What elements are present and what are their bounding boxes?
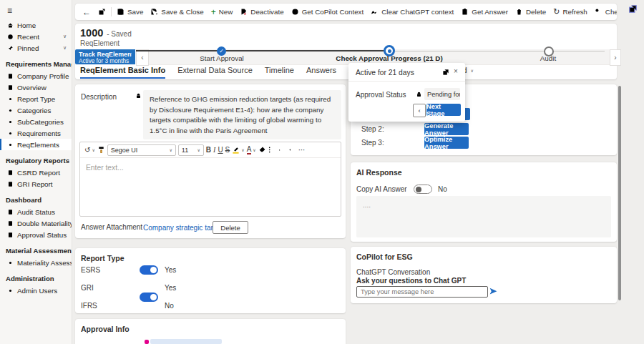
deactivate-button[interactable]: Deactivate	[236, 4, 287, 20]
bpf-stage-name[interactable]: Audit	[540, 54, 556, 62]
gri-value: Yes	[165, 284, 176, 292]
italic-icon[interactable]: I	[213, 146, 215, 154]
sidebar-item-label: Approval Status	[17, 231, 67, 239]
approval-status-field[interactable]: Pending for A...	[424, 88, 460, 100]
delete-button[interactable]: Delete	[512, 4, 550, 20]
sidebar-item-label: GRI Report	[17, 180, 53, 188]
copy-ai-answer-toggle[interactable]	[414, 185, 432, 194]
undo-icon[interactable]: ↺∨	[84, 146, 95, 154]
send-icon[interactable]	[489, 288, 497, 295]
bullet-list-icon[interactable]	[268, 146, 276, 154]
font-family-select[interactable]: Segoe UI ∨	[107, 144, 176, 156]
gri-toggle[interactable]	[140, 293, 158, 302]
numbered-list-icon[interactable]	[278, 146, 286, 154]
underline-icon[interactable]: U	[218, 146, 223, 154]
bold-icon[interactable]: B	[206, 146, 211, 154]
attachment-delete-button[interactable]: Delete	[213, 221, 248, 234]
sidebar-item-csrd-report[interactable]: CSRD Report	[0, 167, 72, 178]
next-stage-button[interactable]: Next Stage	[426, 104, 461, 116]
tab-external-data-source[interactable]: External Data Source	[177, 66, 253, 79]
check-access-button[interactable]: Check Access	[591, 4, 617, 20]
font-size-select[interactable]: 11 ∨	[178, 144, 204, 156]
approval-info-title: Approval Info	[81, 325, 130, 333]
back-button[interactable]: ←	[79, 4, 94, 20]
bpf-line-future	[389, 51, 605, 52]
clear-format-icon[interactable]	[258, 146, 266, 154]
sidebar-item-audit-status[interactable]: Audit Status	[0, 206, 72, 217]
previous-stage-button[interactable]: ‹	[413, 104, 426, 117]
form-icon	[461, 8, 469, 16]
text-highlight-icon[interactable]: ∨	[232, 146, 244, 154]
home-icon	[7, 22, 14, 29]
bpf-scroll-left-button[interactable]: ‹	[136, 49, 149, 66]
font-size-value: 11	[182, 147, 188, 154]
sidebar-item-overview[interactable]: Overview	[0, 82, 72, 93]
sidebar-item-pinned[interactable]: Pinned ∨	[0, 42, 72, 54]
sidebar-item-label: CSRD Report	[17, 169, 60, 177]
scrollbar-thumb[interactable]	[618, 86, 621, 300]
command-label: Delete	[526, 8, 546, 16]
optimize-answer-button[interactable]: Optimize Answer	[424, 137, 469, 149]
sidebar-item-label: Recent	[17, 33, 39, 41]
editor-body[interactable]: Enter text...	[80, 158, 341, 177]
sidebar-item-materiality-assessment[interactable]: Materiality Assessme..	[0, 257, 72, 268]
sidebar-item-label: Materiality Assessme..	[17, 259, 72, 267]
save-and-close-button[interactable]: Save & Close	[147, 4, 207, 20]
sidebar-item-label: Pinned	[17, 44, 39, 52]
sidebar-item-company-profile[interactable]: Company Profile	[0, 70, 72, 82]
bpf-scroll-right-button[interactable]: ›	[610, 49, 621, 66]
key-icon	[595, 8, 602, 16]
gear-icon	[7, 142, 14, 148]
close-icon[interactable]: ×	[454, 67, 458, 75]
sidebar-item-recent[interactable]: Recent ∨	[0, 31, 72, 42]
save-close-icon	[150, 8, 158, 16]
generate-answer-button[interactable]: Generate Answer	[424, 123, 469, 135]
font-color-icon[interactable]: A∨	[247, 146, 256, 154]
gri-label: GRI	[81, 284, 94, 292]
lookup-field-partial[interactable]	[150, 339, 222, 344]
copy-ai-answer-label: Copy AI Answer	[356, 185, 407, 193]
sidebar-item-home[interactable]: Home	[0, 19, 72, 31]
popout-icon	[98, 8, 106, 16]
sidebar-item-categories[interactable]: Categories	[0, 104, 72, 116]
more-options-icon[interactable]: ⋯	[298, 146, 306, 154]
lock-icon	[416, 91, 422, 98]
sidebar-item-gri-report[interactable]: GRI Report	[0, 178, 72, 190]
tab-answers[interactable]: Answers	[306, 66, 336, 79]
sidebar-group-title: Dashboard	[0, 190, 72, 206]
sidebar-item-requirements[interactable]: Requirements	[0, 127, 72, 139]
sidebar-item-admin-users[interactable]: Admin Users	[0, 285, 72, 296]
sidebar-item-report-type[interactable]: Report Type	[0, 93, 72, 104]
format-painter-icon[interactable]	[97, 146, 105, 154]
expand-popup-icon[interactable]	[442, 69, 449, 76]
sidebar-item-subcategories[interactable]: SubCategories	[0, 116, 72, 127]
bpf-stage-name[interactable]: Start Approval	[200, 54, 244, 62]
get-answer-button[interactable]: Get Answer	[457, 4, 512, 20]
tab-reqelement-basic-info[interactable]: ReqElement Basic Info	[80, 66, 165, 79]
outdent-icon[interactable]	[288, 146, 296, 154]
stage-popup-header: Active for 21 days	[356, 69, 414, 77]
sidebar-item-approval-status[interactable]: Approval Status	[0, 229, 72, 240]
new-button[interactable]: +New	[208, 4, 237, 20]
bpf-active-stage-box[interactable]: Track ReqElement Appro... Active for 3 m…	[75, 49, 135, 64]
sidebar-item-double-materiality[interactable]: Double Materiality R..	[0, 217, 72, 229]
esrs-toggle[interactable]	[140, 265, 158, 275]
command-label: Refresh	[563, 8, 587, 16]
trash-icon	[515, 8, 523, 16]
open-in-new-window-button[interactable]	[94, 4, 109, 20]
refresh-button[interactable]: ↻Refresh	[550, 4, 591, 20]
save-button[interactable]: Save	[113, 4, 147, 20]
sidebar-item-label: Admin Users	[17, 287, 57, 295]
sidebar-item-label: SubCategories	[17, 118, 64, 126]
get-copilot-context-button[interactable]: Get CoPilot Context	[288, 4, 368, 20]
clear-chatgpt-context-button[interactable]: Clear ChatGPT context	[367, 4, 457, 20]
menu-icon[interactable]: ≡	[0, 0, 72, 19]
rich-text-editor[interactable]: ↺∨ Segoe UI ∨ 11 ∨ B I U S ∨ A∨ ⋯ Enter …	[79, 142, 341, 217]
strikethrough-icon[interactable]: S	[225, 146, 230, 154]
bpf-stage-name-active[interactable]: Check Approval Progress (21 D)	[336, 54, 442, 62]
tab-timeline[interactable]: Timeline	[265, 66, 294, 79]
report-icon	[7, 169, 14, 176]
feedback-windows-icon[interactable]	[628, 4, 638, 14]
sidebar-item-reqelements[interactable]: ReqElements	[0, 139, 72, 150]
chat-input[interactable]	[356, 286, 488, 298]
